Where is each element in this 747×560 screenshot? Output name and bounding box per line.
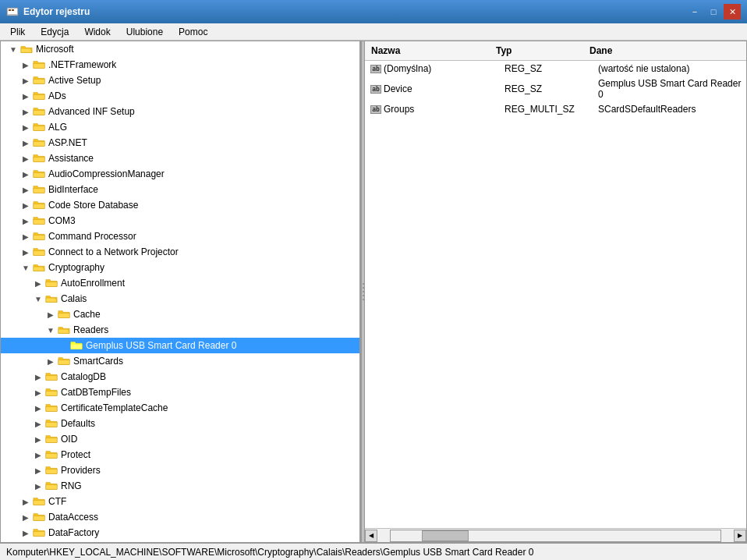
tree-row[interactable]: ▶ Advanced INF Setup <box>1 104 359 119</box>
tree-expander[interactable]: ▶ <box>19 136 32 149</box>
svg-rect-7 <box>34 110 44 115</box>
tree-row[interactable]: ▶ Active Setup <box>1 73 359 88</box>
col-header-data[interactable]: Dane <box>583 44 746 58</box>
menu-edycja[interactable]: Edycja <box>34 24 76 40</box>
tree-row[interactable]: ▶ RNG <box>1 478 359 494</box>
tree-row[interactable]: ▶ AutoEnrollment <box>1 275 359 291</box>
tree-expander[interactable]: ▶ <box>19 246 32 258</box>
tree-expander[interactable]: ▶ <box>32 464 44 477</box>
tree-row[interactable]: ▶ BidInterface <box>1 182 359 197</box>
tree-row[interactable]: ▶ Code Store Database <box>1 197 359 213</box>
tree-expander[interactable]: ▶ <box>32 277 44 289</box>
tree-row[interactable]: ▶ ADs <box>1 88 359 104</box>
tree-row[interactable]: ▶ Assistance <box>1 151 359 166</box>
reg-row[interactable]: ab Device REG_SZ Gemplus USB Smart Card … <box>365 76 746 101</box>
tree-row[interactable]: ▼ Calais <box>1 291 359 307</box>
tree-row[interactable]: ▶ .NETFramework <box>1 57 359 73</box>
menu-plik[interactable]: Plik <box>3 24 32 40</box>
tree-expander[interactable]: ▶ <box>19 74 32 87</box>
reg-row[interactable]: ab Groups REG_MULTI_SZ SCardSDefaultRead… <box>365 101 746 117</box>
tree-label: Advanced INF Setup <box>48 106 135 117</box>
tree-row[interactable]: Gemplus USB Smart Card Reader 0 <box>1 338 359 353</box>
tree-row[interactable]: ▼ Cryptography <box>1 260 359 275</box>
svg-rect-12 <box>34 188 44 193</box>
tree-label: Cache <box>73 309 101 320</box>
tree-expander[interactable]: ▶ <box>32 448 44 461</box>
tree-row[interactable]: ▶ SmartCards <box>1 353 359 369</box>
tree-row[interactable]: ▶ CTF <box>1 494 359 509</box>
minimize-button[interactable]: − <box>686 4 703 19</box>
tree-expander[interactable]: ▶ <box>19 105 32 118</box>
tree-row[interactable]: ▶ DataAccess <box>1 509 359 525</box>
tree-label: DataFactory <box>48 527 99 538</box>
menu-pomoc[interactable]: Pomoc <box>172 24 214 40</box>
tree-expander[interactable]: ▶ <box>32 433 44 445</box>
folder-icon <box>32 168 46 180</box>
tree-row[interactable]: ▶ COM3 <box>1 213 359 229</box>
tree-row[interactable]: ▶ CatalogDB <box>1 369 359 385</box>
tree-expander[interactable]: ▶ <box>32 370 44 383</box>
tree-expander[interactable]: ▶ <box>19 152 32 165</box>
tree-row[interactable]: ▼ Microsoft <box>1 41 359 57</box>
tree-row[interactable]: ▶ ASP.NET <box>1 135 359 151</box>
tree-expander[interactable]: ▶ <box>32 402 44 414</box>
reg-row[interactable]: ab (Domyślna) REG_SZ (wartość nie ustalo… <box>365 61 746 76</box>
menu-ulubione[interactable]: Ulubione <box>119 24 170 40</box>
menu-widok[interactable]: Widok <box>77 24 117 40</box>
tree-row[interactable]: ▶ Defaults <box>1 416 359 431</box>
scroll-thumb[interactable] <box>422 530 469 541</box>
tree-expander[interactable]: ▶ <box>19 90 32 102</box>
tree-row[interactable]: ▶ CatDBTempFiles <box>1 385 359 400</box>
tree-row[interactable]: ▶ Protect <box>1 447 359 463</box>
tree-expander[interactable]: ▶ <box>19 168 32 180</box>
svg-rect-31 <box>34 531 44 536</box>
tree-row[interactable]: ▼ Readers <box>1 322 359 338</box>
tree-expander[interactable]: ▶ <box>19 58 32 71</box>
tree-expander[interactable]: ▶ <box>19 230 32 243</box>
tree-expander[interactable]: ▼ <box>19 261 32 274</box>
tree-expander[interactable]: ▶ <box>19 121 32 133</box>
tree-expander[interactable]: ▶ <box>19 495 32 508</box>
tree-row[interactable]: ▶ Providers <box>1 463 359 478</box>
svg-rect-27 <box>46 469 57 473</box>
tree-label: ALG <box>48 122 67 133</box>
tree-row[interactable]: ▶ Connect to a Network Projector <box>1 244 359 260</box>
tree-row[interactable]: ▶ Cache <box>1 307 359 322</box>
scroll-left-arrow[interactable]: ◀ <box>365 530 377 542</box>
scroll-right-arrow[interactable]: ▶ <box>734 530 746 542</box>
tree-row[interactable]: ▶ ALG <box>1 119 359 135</box>
tree-row[interactable]: ▶ DevDiv <box>1 541 359 542</box>
col-header-type[interactable]: Typ <box>490 44 583 58</box>
tree-expander[interactable]: ▼ <box>7 43 19 55</box>
tree-expander[interactable]: ▶ <box>44 308 57 321</box>
svg-rect-16 <box>34 250 44 255</box>
tree-expander[interactable]: ▶ <box>19 526 32 539</box>
close-button[interactable]: ✕ <box>724 4 741 19</box>
folder-icon <box>32 230 46 243</box>
folder-icon <box>44 448 58 461</box>
tree-expander[interactable]: ▶ <box>19 511 32 523</box>
svg-rect-3 <box>12 9 14 11</box>
tree-row[interactable]: ▶ AudioCompressionManager <box>1 166 359 182</box>
tree-scroll[interactable]: ▼ Microsoft ▶ .NETFramework ▶ Active Set… <box>1 41 359 542</box>
tree-expander[interactable]: ▶ <box>32 417 44 430</box>
tree-expander-empty <box>57 339 69 352</box>
tree-expander[interactable]: ▶ <box>19 214 32 227</box>
tree-row[interactable]: ▶ DataFactory <box>1 525 359 541</box>
folder-icon <box>32 214 46 227</box>
tree-expander[interactable]: ▼ <box>32 292 44 305</box>
tree-row[interactable]: ▶ CertificateTemplateCache <box>1 400 359 416</box>
folder-icon <box>32 199 46 211</box>
tree-row[interactable]: ▶ OID <box>1 431 359 447</box>
tree-expander[interactable]: ▶ <box>19 183 32 196</box>
col-header-name[interactable]: Nazwa <box>365 44 490 58</box>
tree-expander[interactable]: ▶ <box>44 355 57 367</box>
tree-label: SmartCards <box>73 356 123 367</box>
horizontal-scrollbar[interactable] <box>390 530 721 542</box>
tree-expander[interactable]: ▶ <box>32 386 44 399</box>
tree-expander[interactable]: ▼ <box>44 324 57 336</box>
tree-row[interactable]: ▶ Command Processor <box>1 229 359 244</box>
maximize-button[interactable]: □ <box>705 4 722 19</box>
tree-expander[interactable]: ▶ <box>32 480 44 492</box>
tree-expander[interactable]: ▶ <box>19 199 32 211</box>
